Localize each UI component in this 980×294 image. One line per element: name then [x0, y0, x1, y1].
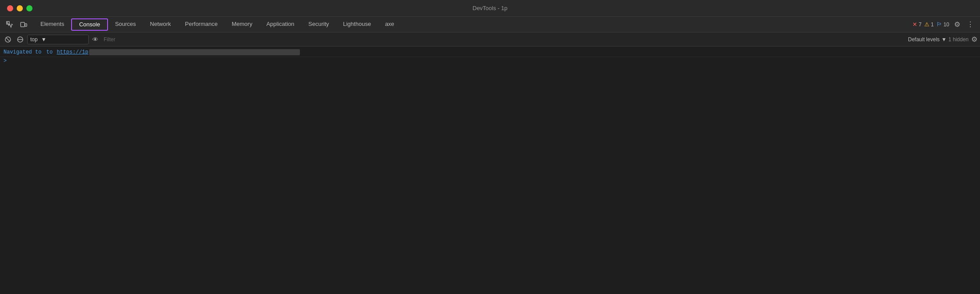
tab-security[interactable]: Security [301, 17, 336, 32]
inspect-element-icon[interactable] [4, 19, 15, 30]
console-main: Navigated to to https://1p > [0, 47, 980, 294]
url-blurred [89, 49, 300, 55]
console-navigate-entry: Navigated to to https://1p [0, 48, 980, 57]
hidden-count-label: 1 hidden [948, 36, 969, 43]
hidden-count-area: 1 hidden ⚙ [948, 35, 977, 43]
device-toolbar-icon[interactable] [18, 19, 29, 30]
info-badge: 🏳 10 [937, 21, 949, 28]
default-levels-dropdown[interactable]: Default levels ▼ [908, 36, 947, 43]
more-options-icon[interactable]: ⋮ [965, 19, 976, 30]
toolbar: top ▼ 👁 Default levels ▼ 1 hidden ⚙ [0, 32, 980, 47]
maximize-button[interactable] [26, 5, 32, 11]
prompt-symbol: > [4, 58, 7, 64]
warning-badge: ⚠ 1 [924, 21, 934, 28]
window-title: DevTools - 1p [472, 5, 507, 11]
error-icon: ✕ [912, 21, 917, 28]
error-badge: ✕ 7 [912, 21, 922, 28]
error-count: 7 [919, 22, 922, 28]
console-settings-icon[interactable]: ⚙ [971, 35, 977, 43]
context-selector[interactable]: top ▼ [27, 35, 89, 44]
block-requests-icon[interactable] [15, 34, 25, 45]
svg-rect-1 [21, 22, 25, 27]
settings-icon[interactable]: ⚙ [952, 19, 962, 30]
tab-memory[interactable]: Memory [225, 17, 259, 32]
console-prompt[interactable]: > [0, 57, 980, 65]
default-levels-label: Default levels [908, 36, 940, 43]
navigate-to-text: to [43, 49, 56, 55]
navigate-url[interactable]: https://1p [57, 49, 88, 55]
close-button[interactable] [7, 5, 13, 11]
title-bar: DevTools - 1p [0, 0, 980, 17]
svg-line-4 [6, 38, 10, 41]
tab-network[interactable]: Network [143, 17, 178, 32]
console-content: Navigated to to https://1p > [0, 47, 980, 294]
context-label: top [30, 36, 38, 43]
show-live-expressions-icon[interactable]: 👁 [92, 36, 98, 43]
clear-console-icon[interactable] [3, 34, 13, 45]
tab-bar: Elements Console Sources Network Perform… [0, 17, 980, 32]
tab-application[interactable]: Application [259, 17, 302, 32]
navigated-text: Navigated to [4, 49, 41, 55]
tab-sources[interactable]: Sources [108, 17, 143, 32]
info-icon: 🏳 [937, 21, 942, 28]
tab-elements[interactable]: Elements [33, 17, 71, 32]
warning-count: 1 [931, 22, 934, 28]
info-count: 10 [944, 22, 949, 28]
filter-input[interactable] [100, 36, 906, 43]
warning-icon: ⚠ [924, 21, 930, 28]
tab-console[interactable]: Console [71, 18, 108, 31]
default-levels-arrow: ▼ [941, 36, 947, 43]
tab-performance[interactable]: Performance [178, 17, 224, 32]
context-dropdown-arrow: ▼ [41, 36, 47, 43]
tab-icons [0, 19, 33, 30]
tab-axe[interactable]: axe [378, 17, 401, 32]
svg-rect-2 [25, 24, 27, 26]
minimize-button[interactable] [17, 5, 23, 11]
traffic-lights [7, 5, 32, 11]
tab-right-area: ✕ 7 ⚠ 1 🏳 10 ⚙ ⋮ [912, 19, 980, 30]
tab-lighthouse[interactable]: Lighthouse [336, 17, 378, 32]
